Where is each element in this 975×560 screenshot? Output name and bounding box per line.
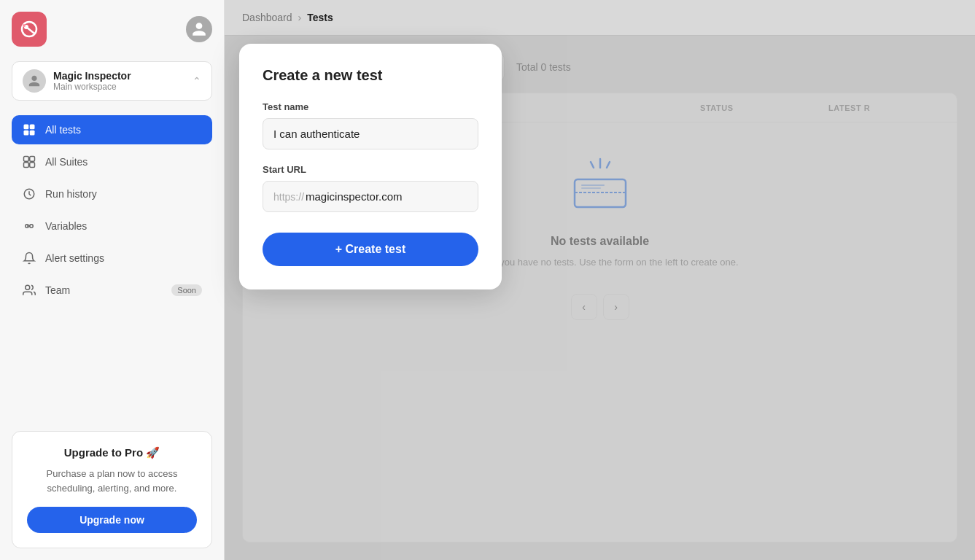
svg-rect-8 [30,157,35,162]
clock-icon [22,187,36,201]
logo-icon [12,12,47,47]
test-name-label: Test name [263,101,478,112]
sidebar-item-label: Team [45,284,70,296]
upgrade-box: Upgrade to Pro 🚀 Purchase a plan now to … [12,431,212,548]
modal-title: Create a new test [263,67,478,84]
svg-rect-5 [24,131,29,136]
test-name-input[interactable] [263,118,478,149]
svg-rect-6 [30,131,35,136]
svg-point-14 [26,285,30,289]
svg-rect-3 [24,125,29,130]
team-icon [22,283,36,298]
svg-rect-4 [30,125,35,130]
user-avatar[interactable] [186,16,212,42]
sidebar-item-variables[interactable]: Variables [12,211,212,241]
create-test-button[interactable]: + Create test [263,233,478,266]
svg-rect-10 [30,163,35,168]
workspace-name: Magic Inspector [53,70,185,82]
upgrade-now-button[interactable]: Upgrade now [27,507,197,533]
main-area: Dashboard › Tests Total 0 tests TEST NAM… [225,0,975,560]
workspace-selector[interactable]: Magic Inspector Main workspace ⌃ [12,61,212,101]
sidebar-item-label: All Suites [45,156,88,168]
upgrade-title: Upgrade to Pro 🚀 [27,446,197,459]
url-input-wrapper: https:// [263,181,478,212]
soon-badge: Soon [171,284,202,296]
sidebar-item-alert-settings[interactable]: Alert settings [12,244,212,273]
sidebar: Magic Inspector Main workspace ⌃ All tes… [0,0,225,560]
workspace-sub: Main workspace [53,82,185,92]
start-url-label: Start URL [263,164,478,175]
grid-icon [22,122,36,137]
url-prefix: https:// [273,191,304,203]
svg-point-2 [23,24,26,27]
create-test-modal: Create a new test Test name Start URL ht… [239,44,502,289]
sidebar-item-all-tests[interactable]: All tests [12,115,212,144]
sidebar-item-team[interactable]: Team Soon [12,276,212,305]
sidebar-item-label: All tests [45,124,81,136]
sidebar-item-run-history[interactable]: Run history [12,179,212,209]
chevron-icon: ⌃ [193,75,201,87]
modal-overlay: Create a new test Test name Start URL ht… [225,0,975,560]
start-url-input[interactable] [304,182,467,211]
upgrade-desc: Purchase a plan now to access scheduling… [27,467,197,495]
bell-icon [22,251,36,265]
sidebar-item-label: Run history [45,188,97,200]
svg-rect-9 [24,163,29,168]
variables-icon [22,219,36,233]
sidebar-item-label: Alert settings [45,252,104,264]
sidebar-header [12,12,212,47]
sidebar-item-label: Variables [45,220,87,232]
workspace-text: Magic Inspector Main workspace [53,70,185,92]
sidebar-item-all-suites[interactable]: All Suites [12,147,212,176]
workspace-avatar [23,69,46,93]
svg-rect-7 [24,157,29,162]
suites-icon [22,155,36,169]
